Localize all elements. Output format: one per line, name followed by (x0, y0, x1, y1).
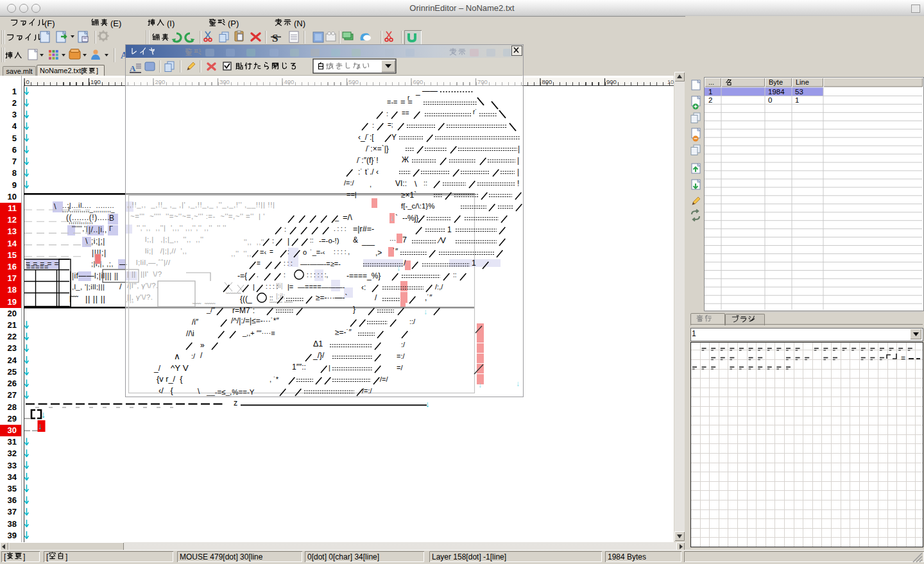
svg-text:]: ] (23, 552, 25, 561)
svg-text:1984 Bytes: 1984 Bytes (608, 552, 646, 561)
svg-text:Layer 158[dot] -1[line]: Layer 158[dot] -1[line] (432, 552, 506, 561)
svg-text:]: ] (65, 552, 67, 561)
svg-text:0[dot] 0[char] 34[line]: 0[dot] 0[char] 34[line] (307, 552, 379, 561)
svg-text:MOUSE 479[dot] 30[line: MOUSE 479[dot] 30[line (180, 552, 263, 561)
